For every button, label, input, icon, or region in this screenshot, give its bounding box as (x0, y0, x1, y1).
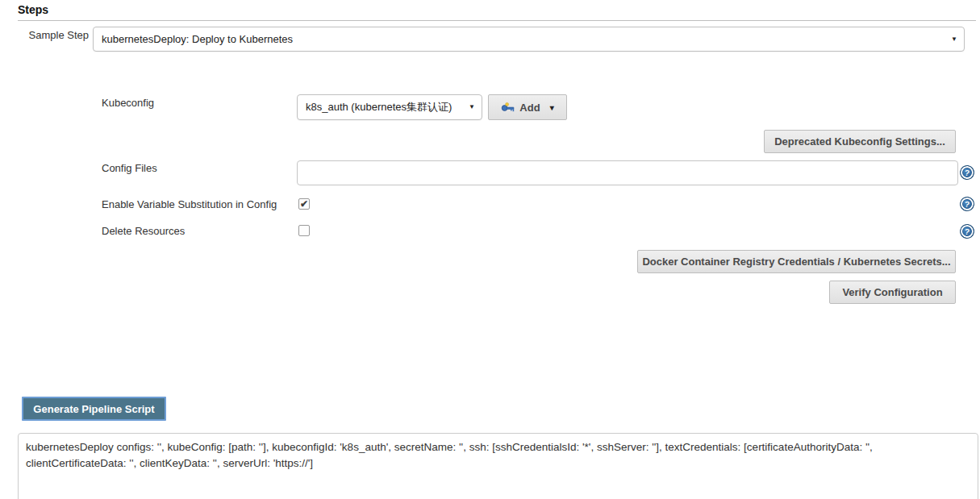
enable-variable-substitution-checkbox[interactable]: ✔ (298, 198, 310, 210)
docker-registry-credentials-button[interactable]: Docker Container Registry Credentials / … (637, 250, 956, 273)
kubeconfig-label: Kubeconfig (102, 97, 154, 109)
config-files-label: Config Files (102, 162, 157, 174)
snippet-generator-page: Steps Sample Step kubernetesDeploy: Depl… (0, 0, 980, 499)
add-credentials-button[interactable]: Add ▾ (488, 94, 567, 120)
help-icon[interactable]: ? (959, 164, 975, 181)
delete-resources-label: Delete Resources (102, 225, 185, 237)
chevron-down-icon: ▼ (951, 36, 957, 43)
sample-step-select[interactable]: kubernetesDeploy: Deploy to Kubernetes ▼ (93, 27, 965, 52)
generate-pipeline-script-button[interactable]: Generate Pipeline Script (22, 397, 166, 421)
sample-step-selected-value: kubernetesDeploy: Deploy to Kubernetes (102, 33, 293, 45)
add-button-label: Add (519, 102, 540, 114)
verify-configuration-button[interactable]: Verify Configuration (829, 281, 956, 304)
delete-resources-checkbox[interactable] (298, 225, 310, 236)
deprecated-kubeconfig-settings-button[interactable]: Deprecated Kubeconfig Settings... (764, 130, 956, 153)
section-divider (18, 20, 976, 21)
chevron-down-icon: ▼ (469, 104, 475, 110)
help-icon[interactable]: ? (959, 196, 975, 212)
steps-section-title: Steps (18, 3, 48, 16)
key-icon (501, 102, 515, 113)
chevron-down-icon: ▾ (550, 103, 554, 112)
kubeconfig-selected-value: k8s_auth (kubernetes集群认证) (306, 100, 452, 114)
help-icon[interactable]: ? (959, 223, 975, 239)
pipeline-script-output[interactable]: kubernetesDeploy configs: '', kubeConfig… (18, 433, 978, 499)
config-files-input[interactable] (297, 160, 958, 185)
sample-step-label: Sample Step (0, 29, 89, 41)
kubeconfig-select[interactable]: k8s_auth (kubernetes集群认证) ▼ (297, 94, 482, 120)
enable-variable-substitution-label: Enable Variable Substitution in Config (102, 198, 277, 210)
